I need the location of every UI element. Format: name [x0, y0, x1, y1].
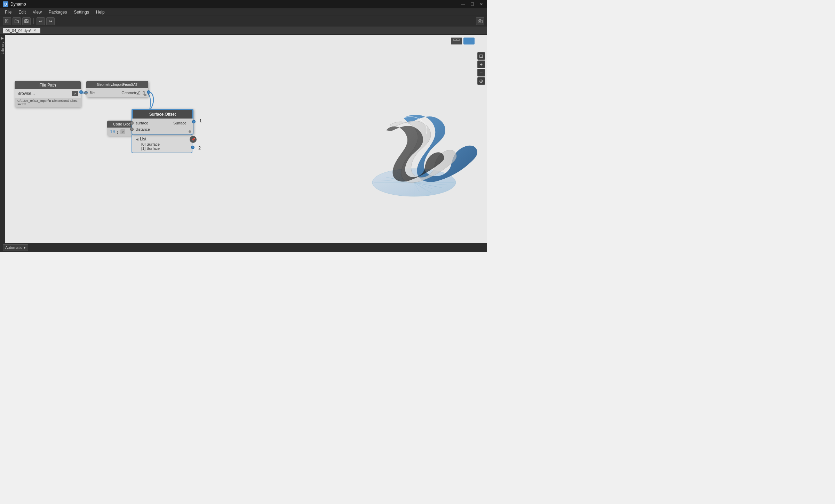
surface-input-surface[interactable]: [130, 121, 134, 125]
tab-file[interactable]: 06_04_04.dyn* ✕: [3, 28, 40, 33]
toolbar-separator: [33, 18, 34, 24]
output-list-title: List: [140, 137, 146, 141]
filepath-header: File Path: [15, 81, 81, 89]
filepath-output-port[interactable]: [79, 90, 83, 94]
svg-rect-10: [466, 39, 469, 43]
menu-edit[interactable]: Edit: [15, 9, 29, 15]
svg-rect-6: [478, 20, 482, 23]
tab-close[interactable]: ✕: [33, 29, 36, 32]
view-controls: [451, 38, 475, 44]
execution-dropdown[interactable]: Automatic ▾: [3, 244, 28, 251]
menu-bar: File Edit View Packages Settings Help: [0, 8, 487, 16]
svg-rect-4: [25, 19, 27, 21]
node-surface-offset: Surface.Offset surface Surface distance …: [132, 109, 193, 135]
workspace: ▶ Library ⊡ + − ⊕ File Path Browse...: [0, 35, 487, 243]
maximize-button[interactable]: ❐: [469, 2, 476, 7]
surface-output-port[interactable]: [192, 120, 196, 123]
zoom-controls: ⊡ + − ⊕: [477, 52, 485, 85]
surface-port-surface: surface Surface: [132, 120, 193, 126]
svg-rect-11: [469, 39, 472, 43]
output-list-item-0: [0] Surface: [136, 142, 188, 146]
surface-offset-body: surface Surface distance: [132, 119, 193, 134]
geometry-output-port[interactable]: [147, 90, 150, 94]
menu-view[interactable]: View: [29, 9, 45, 15]
camera-button[interactable]: [476, 17, 484, 25]
redo-button[interactable]: ↪: [46, 17, 55, 25]
surface-info-dot: [189, 130, 191, 133]
library-panel[interactable]: ▶ Library: [0, 35, 5, 243]
dropdown-arrow: ▾: [24, 245, 26, 250]
zoom-out-button[interactable]: −: [477, 69, 485, 76]
zoom-in-button[interactable]: +: [477, 60, 485, 68]
status-bar: Automatic ▾: [0, 243, 487, 252]
output-list-port[interactable]: [191, 146, 194, 149]
browse-label: Browse...: [17, 91, 72, 96]
close-button[interactable]: ✕: [478, 2, 484, 7]
minimize-button[interactable]: —: [460, 2, 467, 7]
codeblock-arrow[interactable]: >: [120, 129, 125, 134]
3d-svg: [334, 97, 480, 202]
svg-rect-9: [457, 39, 459, 41]
menu-settings[interactable]: Settings: [71, 9, 93, 15]
info-dot: [144, 94, 146, 96]
app-icon: D: [3, 1, 8, 7]
menu-file[interactable]: File: [1, 9, 15, 15]
menu-help[interactable]: Help: [93, 9, 108, 15]
node-geometry: Geometry.ImportFromSAT file Geometry[]..…: [86, 81, 148, 97]
save-button[interactable]: [22, 17, 31, 25]
node-filepath: File Path Browse... > C:\...\06_04\03_im…: [15, 81, 81, 107]
browse-arrow[interactable]: >: [72, 91, 78, 96]
surface-port-distance: distance: [132, 126, 193, 132]
tab-label: 06_04_04.dyn*: [6, 29, 31, 33]
output-list-header: ◀ List: [136, 137, 188, 141]
app-title: Dynamo: [10, 2, 460, 7]
geometry-body: file Geometry[]..[]: [86, 88, 148, 97]
menu-packages[interactable]: Packages: [45, 9, 71, 15]
3d-visualization: [334, 97, 480, 202]
filepath-value: C:\...\06_04\03_import\n-Dimensional-Lis…: [15, 98, 81, 107]
view-2d-button[interactable]: [451, 38, 462, 44]
browse-row: Browse... >: [15, 89, 81, 98]
node-output-list: ◀ List [0] Surface [1] Surface 📌 2: [132, 134, 192, 153]
window-controls: — ❐ ✕: [460, 2, 484, 7]
new-button[interactable]: [3, 17, 11, 25]
view-split-button[interactable]: [463, 38, 475, 44]
output-label-1: 1: [199, 119, 202, 123]
library-label: Library: [1, 41, 5, 55]
undo-button[interactable]: ↩: [37, 17, 45, 25]
geometry-input-file[interactable]: [84, 91, 88, 95]
svg-point-7: [479, 21, 481, 22]
tab-bar: 06_04_04.dyn* ✕: [0, 26, 487, 35]
geometry-port-file: file Geometry[]..[]: [86, 90, 148, 96]
zoom-reset-button[interactable]: ⊕: [477, 77, 485, 85]
svg-rect-5: [25, 21, 27, 23]
pin-icon[interactable]: 📌: [190, 136, 197, 143]
zoom-fit-button[interactable]: ⊡: [477, 52, 485, 60]
codeblock-semi: ;: [116, 129, 119, 134]
toolbar: ↩ ↪: [0, 16, 487, 26]
output-label-2: 2: [198, 146, 201, 151]
open-button[interactable]: [13, 17, 21, 25]
output-list-item-1: [1] Surface: [136, 146, 188, 151]
title-bar: D Dynamo — ❐ ✕: [0, 0, 487, 8]
codeblock-value: 10: [110, 129, 115, 134]
geometry-header: Geometry.ImportFromSAT: [86, 81, 148, 88]
execution-label: Automatic: [5, 245, 22, 250]
surface-offset-header: Surface.Offset: [132, 109, 193, 119]
expand-icon: ▶: [1, 36, 4, 40]
surface-input-distance[interactable]: [130, 128, 134, 131]
svg-rect-8: [454, 39, 456, 41]
